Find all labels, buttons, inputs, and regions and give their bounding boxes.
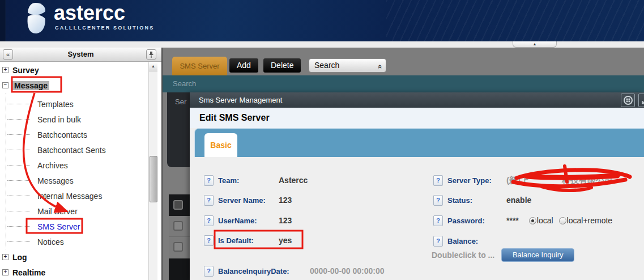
sidebar-item-send-in-bulk[interactable]: Send in bulk [6,112,147,127]
field-label: UserName: [218,217,279,225]
field-server-type: ? Server Type: (新)上科技有限公司 [433,174,613,186]
sidebar-item-batchcontact-sents[interactable]: Batchcontact Sents [6,142,147,158]
delete-button[interactable]: Delete [263,58,301,73]
sidebar-item-message[interactable]: − Message [0,78,147,93]
radio-label[interactable]: local+remote [567,216,613,225]
help-icon[interactable]: ? [204,195,214,206]
field-server-name: ? Server Name: 123 [204,194,292,206]
sidebar-item-label: Realtime [12,268,45,277]
tree-expander-icon[interactable]: − [2,82,8,88]
sidebar-item-label: Templates [37,100,74,109]
sidebar-item-label: Archives [37,161,68,170]
field-value[interactable]: (新)上科技有限公司 [506,175,613,186]
window-expand-button[interactable] [638,94,644,107]
sidebar-pin-button[interactable] [146,49,156,60]
search-dropdown-label: Search [314,61,339,70]
search-dropdown[interactable]: Search « [309,58,386,73]
field-value[interactable]: yes [279,236,292,245]
field-value[interactable]: 0000-00-00 00:00:00 [310,266,385,275]
tree-expander-icon[interactable]: + [2,254,8,260]
tab-sms-server[interactable]: SMS Server [172,57,227,75]
search-section-label: Search [173,75,196,92]
radio-local-remote[interactable] [559,217,566,224]
field-label: Is Default: [218,236,279,245]
field-balance: ? Balance: [433,235,506,247]
row-checkbox[interactable] [173,221,183,231]
select-all-checkbox[interactable] [173,200,183,210]
message-children: Templates Send in bulk Batchcontacts Bat… [6,93,147,249]
radio-local[interactable] [529,217,536,224]
astercc-app-window: astercc CALLLLCENTER SOLUTIONS ▲ « Syste… [0,0,644,280]
collapse-left-icon: « [6,51,10,58]
sidebar-item-sms-server[interactable]: SMS Server [6,219,147,234]
dialog-tab-strip: Basic [194,128,644,157]
sidebar-item-label: Messages [37,176,74,185]
tree-expander-icon[interactable]: + [2,269,8,275]
sidebar-item-batchcontacts[interactable]: Batchcontacts [6,127,147,142]
field-label: Server Name: [218,196,279,205]
field-balance-inquiry-date: ? BalanceInquiryDate: 0000-00-00 00:00:0… [204,265,385,277]
sidebar-title: System [0,48,161,61]
window-expand-icon [642,96,644,104]
help-icon[interactable]: ? [433,195,443,206]
sidebar-item-internal-messages[interactable]: Internal Messages [6,188,147,203]
scrollbar-up-icon[interactable]: ▲ [149,62,157,71]
field-label: Status: [447,196,506,205]
radio-label[interactable]: local [537,216,553,225]
sidebar-item-realtime[interactable]: + Realtime [0,265,147,280]
scrollbar-thumb[interactable] [150,156,157,202]
sidebar-item-label: Internal Messages [37,192,102,201]
search-section-bar[interactable]: Search [163,75,644,92]
system-tree: + Survey − Message Templates Send in bul… [0,62,147,280]
sidebar-scrollbar[interactable]: ▲ [148,62,157,280]
field-label: Password: [447,217,506,225]
dialog-title: Sms Server Management [199,96,282,104]
banner-edge-strip [0,0,6,41]
sidebar-item-label: Survey [12,66,39,75]
row-checkbox[interactable] [173,242,183,252]
field-is-default: ? Is Default: yes [204,234,292,247]
sidebar-item-label: Mail Server [37,207,78,216]
help-icon[interactable]: ? [433,175,443,186]
panel-collapse-handle[interactable]: ▲ [513,41,557,48]
sidebar-collapse-button[interactable]: « [3,49,13,60]
add-button[interactable]: Add [229,58,258,73]
sidebar-item-label: Notices [37,237,64,247]
window-restore-button[interactable] [621,94,635,107]
sidebar-item-label: SMS Server [37,222,80,231]
sidebar-item-mail-server[interactable]: Mail Server [6,203,147,219]
dialog-heading-bar: Edit SMS Server [190,108,644,128]
sidebar-item-templates[interactable]: Templates [6,96,147,112]
top-banner: astercc CALLLLCENTER SOLUTIONS [0,0,644,41]
field-username: ? UserName: 123 [204,214,292,227]
sidebar-item-survey[interactable]: + Survey [0,62,147,78]
tab-basic[interactable]: Basic [204,133,237,158]
field-team: ? Team: Astercc [204,174,308,186]
field-value[interactable]: 123 [279,216,292,225]
dialog-title-bar[interactable]: Sms Server Management [190,92,644,108]
chevron-up-double-icon: « [374,65,387,69]
field-value[interactable]: 123 [279,196,292,205]
sidebar-item-label: Batchcontact Sents [37,146,106,155]
sidebar-item-label: Message [12,81,49,90]
field-value[interactable]: Astercc [279,176,308,185]
help-icon[interactable]: ? [204,235,214,246]
help-icon[interactable]: ? [204,215,214,226]
field-label: BalanceInquiryDate: [218,267,310,275]
field-value[interactable]: enable [506,196,531,205]
help-icon[interactable]: ? [433,236,443,247]
sidebar-item-archives[interactable]: Archives [6,158,147,173]
balance-inquiry-button[interactable]: Balance Inquiry [501,248,574,262]
help-icon[interactable]: ? [433,215,443,226]
help-icon[interactable]: ? [204,175,214,186]
sidebar-item-notices[interactable]: Notices [6,234,147,249]
field-label: Balance: [447,237,506,245]
field-value[interactable]: **** [506,216,519,225]
field-status: ? Status: enable [433,194,531,206]
sidebar-item-label: Batchcontacts [37,130,87,139]
sidebar-item-messages[interactable]: Messages [6,173,147,188]
balance-hint-row: Doubleclick to ... Balance Inquiry [432,248,574,262]
sidebar-item-log[interactable]: + Log [0,249,147,265]
tree-expander-icon[interactable]: + [2,67,8,73]
help-icon[interactable]: ? [204,266,214,277]
